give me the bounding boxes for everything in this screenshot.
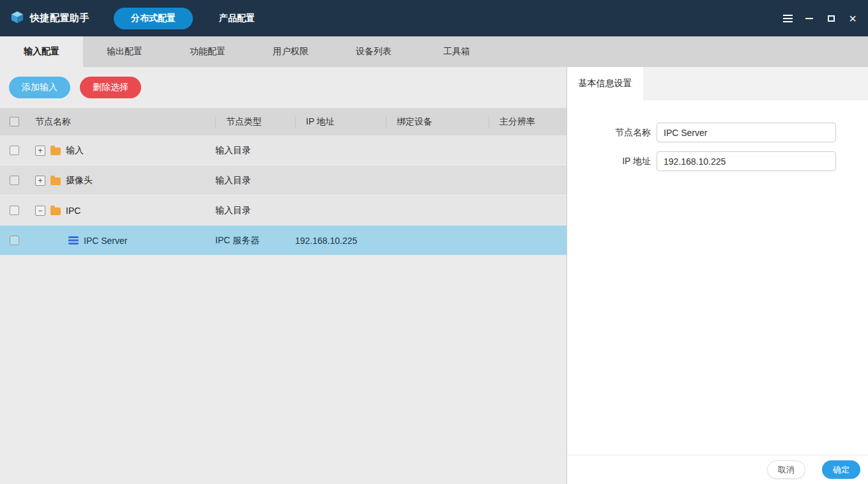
expand-icon[interactable]: + (35, 176, 45, 186)
ip-address-label: IP 地址 (567, 156, 657, 167)
delete-selection-button[interactable]: 删除选择 (80, 77, 141, 98)
tab-input-config[interactable]: 输入配置 (0, 36, 83, 67)
table-row[interactable]: + 摄像头 输入目录 (0, 165, 567, 195)
main-tabstrip: 输入配置 输出配置 功能配置 用户权限 设备列表 工具箱 (0, 36, 868, 67)
maximize-icon[interactable] (823, 11, 839, 26)
node-type: 输入目录 (215, 205, 295, 216)
tab-user-permissions[interactable]: 用户权限 (249, 36, 332, 67)
node-type: 输入目录 (215, 175, 295, 186)
hamburger-menu-icon[interactable] (780, 11, 795, 26)
table-row[interactable]: − IPC 输入目录 (0, 195, 567, 225)
col-node-type: 节点类型 (215, 116, 295, 128)
form-row-ip-address: IP 地址 (567, 151, 868, 171)
folder-icon (50, 178, 61, 185)
table-toolbar: 添加输入 删除选择 (0, 67, 567, 108)
add-input-button[interactable]: 添加输入 (9, 77, 70, 98)
tab-function-config[interactable]: 功能配置 (166, 36, 249, 67)
tab-output-config[interactable]: 输出配置 (83, 36, 166, 67)
table-row-selected[interactable]: IPC Server IPC 服务器 192.168.10.225 (0, 225, 567, 255)
confirm-button[interactable]: 确定 (822, 460, 860, 479)
content-area: 添加输入 删除选择 节点名称 节点类型 IP 地址 绑定设备 主分辨率 + (0, 67, 868, 484)
detail-panel: 基本信息设置 节点名称 IP 地址 取消 确定 (567, 67, 868, 484)
ip-address-input[interactable] (657, 151, 836, 171)
node-name: IPC Server (84, 236, 127, 246)
select-all-checkbox[interactable] (10, 117, 19, 126)
minimize-icon[interactable] (802, 11, 817, 26)
panel-footer: 取消 确定 (567, 455, 868, 484)
row-checkbox[interactable] (10, 146, 19, 155)
app-window: 快捷配置助手 分布式配置 产品配置 × 输入配置 输出配置 功能配置 用户权限 … (0, 0, 868, 484)
panel-tabstrip: 基本信息设置 (567, 67, 868, 100)
nav-product-config[interactable]: 产品配置 (202, 8, 272, 29)
node-table-section: 添加输入 删除选择 节点名称 节点类型 IP 地址 绑定设备 主分辨率 + (0, 67, 567, 484)
panel-form: 节点名称 IP 地址 (567, 100, 868, 455)
form-row-node-name: 节点名称 (567, 123, 868, 142)
row-checkbox[interactable] (10, 236, 19, 245)
row-checkbox[interactable] (10, 176, 19, 185)
folder-icon (50, 208, 61, 215)
tab-basic-info-settings[interactable]: 基本信息设置 (567, 67, 643, 100)
node-name: 输入 (66, 145, 84, 156)
app-title: 快捷配置助手 (30, 12, 89, 24)
header-checkbox-cell (0, 117, 35, 126)
node-name-label: 节点名称 (567, 127, 657, 139)
app-logo-icon (10, 10, 24, 27)
node-name-input[interactable] (657, 123, 836, 142)
top-nav: 分布式配置 产品配置 (114, 8, 272, 29)
tab-device-list[interactable]: 设备列表 (332, 36, 415, 67)
col-node-name: 节点名称 (35, 116, 215, 128)
tab-toolbox[interactable]: 工具箱 (415, 36, 498, 67)
table-row[interactable]: + 输入 输入目录 (0, 135, 567, 165)
cancel-button[interactable]: 取消 (767, 460, 805, 479)
table-header-row: 节点名称 节点类型 IP 地址 绑定设备 主分辨率 (0, 108, 567, 135)
nav-distributed-config[interactable]: 分布式配置 (114, 8, 193, 29)
node-name: IPC (66, 206, 80, 216)
col-ip-address: IP 地址 (295, 116, 386, 128)
col-bound-device: 绑定设备 (386, 116, 489, 128)
row-checkbox[interactable] (10, 206, 19, 215)
col-main-resolution: 主分辨率 (489, 116, 567, 128)
folder-icon (50, 147, 61, 155)
close-icon[interactable]: × (845, 11, 860, 26)
collapse-icon[interactable]: − (35, 206, 45, 216)
node-type: IPC 服务器 (215, 235, 295, 246)
expand-icon[interactable]: + (35, 146, 45, 156)
titlebar: 快捷配置助手 分布式配置 产品配置 × (0, 0, 868, 36)
window-controls: × (780, 11, 868, 26)
app-identity: 快捷配置助手 (0, 10, 100, 27)
node-ip: 192.168.10.225 (295, 236, 386, 246)
node-name: 摄像头 (66, 175, 93, 186)
server-icon (68, 236, 79, 245)
node-type: 输入目录 (215, 145, 295, 156)
